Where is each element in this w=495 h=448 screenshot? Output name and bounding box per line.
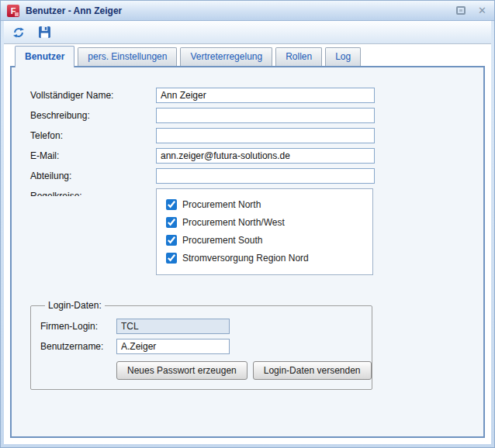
tab-content-panel: Vollständiger Name: Beschreibung: Telefo… [10, 66, 485, 438]
field-row-company-login: Firmen-Login: [40, 319, 372, 334]
tab-benutzer[interactable]: Benutzer [15, 46, 74, 67]
phone-label: Telefon: [30, 130, 156, 141]
window-body: Benutzer pers. Einstellungen Vertreterre… [4, 21, 491, 444]
field-row-username: Benutzername: [40, 339, 372, 354]
close-icon[interactable]: ✕ [478, 5, 486, 16]
email-input[interactable] [156, 148, 375, 164]
checkbox[interactable] [166, 235, 177, 246]
checkbox-item-procurement-north-west[interactable]: Procurement North/West [166, 213, 372, 231]
department-input[interactable] [156, 168, 375, 184]
checkbox[interactable] [166, 217, 177, 228]
field-row-email: E-Mail: [30, 148, 483, 164]
field-row-name: Vollständiger Name: [30, 88, 483, 103]
save-icon [38, 26, 51, 39]
full-name-input[interactable] [156, 88, 375, 103]
username-input[interactable] [116, 339, 230, 354]
field-row-description: Beschreibung: [30, 108, 483, 123]
toolbar [4, 21, 491, 44]
tab-rollen[interactable]: Rollen [275, 47, 322, 66]
email-label: E-Mail: [30, 150, 156, 161]
description-input[interactable] [156, 108, 375, 123]
checkbox-item-procurement-south[interactable]: Procurement South [166, 231, 372, 249]
field-row-phone: Telefon: [30, 128, 483, 143]
tab-bar: Benutzer pers. Einstellungen Vertreterre… [4, 44, 491, 66]
checkbox-label: Procurement North [182, 199, 261, 210]
window-title: Benutzer - Ann Zeiger [26, 5, 122, 16]
checkbox-list: Procurement North Procurement North/West… [156, 188, 373, 275]
tab-pers-einstellungen[interactable]: pers. Einstellungen [78, 47, 177, 66]
save-button[interactable] [37, 26, 51, 40]
checkbox-item-procurement-north[interactable]: Procurement North [166, 195, 372, 213]
checkbox-label: Procurement North/West [182, 217, 285, 228]
tab-log[interactable]: Log [325, 47, 361, 66]
checkbox-label: Procurement South [182, 235, 262, 246]
refresh-icon [12, 26, 25, 39]
full-name-label: Vollständiger Name: [30, 90, 156, 101]
checkbox-item-stromversorgung-region-nord[interactable]: Stromversorgung Region Nord [166, 249, 372, 267]
login-data-fieldset: Login-Daten: Firmen-Login: Benutzername:… [30, 300, 372, 390]
department-label: Abteilung: [30, 171, 156, 181]
tab-vertreterregelung[interactable]: Vertreterregelung [180, 47, 272, 66]
checkbox-group-row: Regelkreise: Procurement North Procureme… [30, 188, 483, 275]
phone-input[interactable] [156, 128, 375, 143]
field-row-department: Abteilung: [30, 168, 483, 184]
company-login-input [116, 319, 230, 334]
maximize-icon[interactable] [456, 6, 466, 15]
login-buttons-row: Neues Passwort erzeugen Login-Daten vers… [116, 361, 372, 380]
username-label: Benutzername: [40, 341, 116, 352]
checkbox[interactable] [166, 199, 177, 210]
titlebar: F Benutzer - Ann Zeiger ✕ [1, 1, 494, 21]
send-login-data-button[interactable]: Login-Daten versenden [253, 361, 372, 380]
app-logo-icon: F [7, 5, 19, 17]
group-label-clipped: Regelkreise: [30, 191, 156, 196]
dialog-window: F Benutzer - Ann Zeiger ✕ [0, 0, 495, 448]
description-label: Beschreibung: [30, 110, 156, 121]
checkbox[interactable] [166, 253, 177, 264]
login-data-legend: Login-Daten: [45, 300, 105, 311]
generate-new-password-button[interactable]: Neues Passwort erzeugen [116, 361, 248, 380]
company-login-label: Firmen-Login: [40, 321, 116, 332]
checkbox-label: Stromversorgung Region Nord [182, 253, 309, 264]
refresh-button[interactable] [12, 26, 26, 40]
